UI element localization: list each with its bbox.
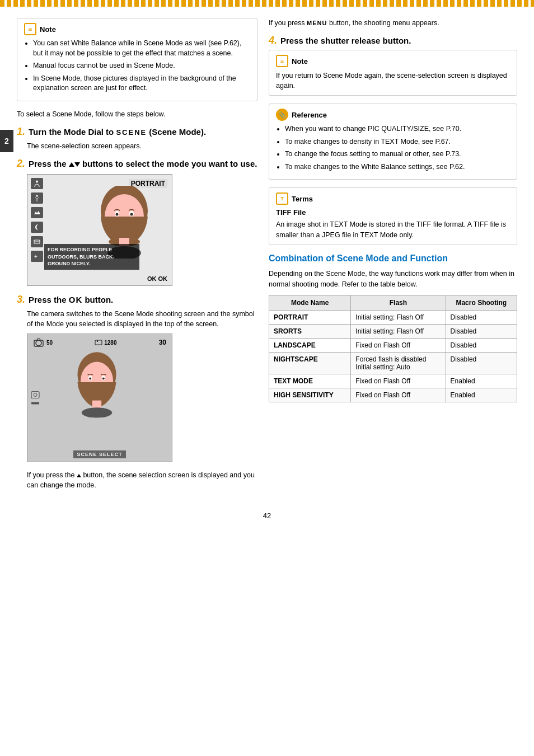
note-label-right: Note: [292, 57, 308, 65]
table-row: LANDSCAPE Fixed on Flash Off Disabled: [269, 338, 517, 352]
table-header-row: Mode Name Flash Macro Shooting: [269, 295, 517, 310]
svg-rect-24: [92, 401, 101, 409]
terms-box: T Terms TIFF File An image shot in TEXT …: [269, 187, 517, 245]
cam-control-icon: [31, 391, 40, 399]
step4-heading: 4. Press the shutter release button.: [269, 35, 517, 46]
table-row: SRORTS Initial setting: Flash Off Disabl…: [269, 324, 517, 338]
note-icon-right: ≡: [276, 55, 288, 67]
ref-item-3: To change the focus setting to manual or…: [285, 149, 510, 159]
terms-label: Terms: [292, 195, 313, 203]
terms-title: TIFF File: [276, 208, 510, 217]
scene-icon-landscape: [31, 207, 43, 218]
macro-nightscape: Disabled: [446, 352, 517, 374]
table-row: PORTRAIT Initial setting: Flash Off Disa…: [269, 310, 517, 324]
table-row: HIGH SENSITIVITY Fixed on Flash Off Enab…: [269, 388, 517, 402]
flash-portrait: Initial setting: Flash Off: [351, 310, 446, 324]
cam-side-controls: [31, 391, 40, 405]
scene-icon-sports: [31, 192, 43, 204]
mode-textmode: TEXT MODE: [269, 374, 351, 388]
table-body: PORTRAIT Initial setting: Flash Off Disa…: [269, 310, 517, 402]
cam-storage-icon: [95, 339, 102, 346]
mode-srorts: SRORTS: [269, 324, 351, 338]
cam-icon-cluster: 50: [33, 337, 53, 348]
cam-storage-cluster: 1280: [95, 339, 116, 346]
scene-ok-label: OK OK: [147, 275, 167, 282]
svg-point-14: [36, 340, 41, 346]
svg-rect-16: [95, 340, 102, 345]
cam-size-label: 1280: [104, 340, 116, 346]
cam-count-label: 30: [159, 339, 166, 346]
scene-icon-text: [31, 236, 43, 247]
flash-srorts: Initial setting: Flash Off: [351, 324, 446, 338]
ref-item-4: To make changes to the White Balance set…: [285, 162, 510, 172]
reference-header: 📎 Reference: [276, 109, 510, 121]
step3-heading: 3. Press the OK button.: [17, 294, 257, 306]
mode-portrait: PORTRAIT: [269, 310, 351, 324]
mode-nightscape: NIGHTSCAPE: [269, 352, 351, 374]
scene-selection-image: + PORTRAIT: [27, 174, 172, 286]
macro-srorts: Disabled: [446, 324, 517, 338]
scene-icons-list: +: [31, 178, 43, 262]
terms-icon: T: [276, 192, 288, 205]
step3-body1: The camera switches to the Scene Mode sh…: [17, 309, 257, 329]
macro-highsens: Enabled: [446, 388, 517, 402]
step3-label: Press the OK button.: [29, 295, 113, 304]
table-row: NIGHTSCAPE Forced flash is disabledIniti…: [269, 352, 517, 374]
note-body-right: If you return to Scene Mode again, the s…: [276, 71, 510, 91]
terms-body: An image shot in TEXT Mode is stored in …: [276, 219, 510, 240]
col-header-macro: Macro Shooting: [446, 295, 517, 310]
svg-point-9: [116, 213, 119, 215]
cam-scene-label: SCENE SELECT: [73, 450, 125, 458]
menu-line: If you press MENU button, the shooting m…: [269, 18, 517, 28]
note-list: You can set White Balance while in Scene…: [24, 39, 250, 93]
note-item-2: Manual focus cannot be used in Scene Mod…: [33, 61, 250, 71]
macro-textmode: Enabled: [446, 374, 517, 388]
reference-label: Reference: [292, 111, 327, 119]
svg-rect-26: [31, 392, 39, 398]
flash-landscape: Fixed on Flash Off: [351, 338, 446, 352]
left-column: 2 ≡ Note You can set White Balance while…: [17, 18, 257, 495]
step2-label: Press the buttons to select the mode you…: [29, 159, 257, 168]
svg-point-22: [89, 378, 91, 380]
step4-label: Press the shutter release button.: [280, 36, 411, 45]
svg-point-10: [130, 213, 133, 215]
note-item-3: In Scene Mode, those pictures displayed …: [33, 74, 250, 93]
svg-point-0: [36, 180, 38, 182]
page-tab: 2: [0, 130, 13, 152]
scene-icon-person: [31, 178, 43, 189]
cam-bottom-bar: SCENE SELECT: [27, 450, 172, 458]
note-label: Note: [40, 25, 56, 34]
scene-icon-night: [31, 222, 43, 233]
step3-body2: If you press the button, the scene selec…: [17, 470, 257, 490]
svg-rect-28: [31, 402, 39, 405]
mode-highsens: HIGH SENSITIVITY: [269, 388, 351, 402]
step3-num: 3.: [17, 294, 25, 306]
reference-icon: 📎: [276, 109, 288, 121]
ref-item-1: When you want to change PIC QUALITY/SIZE…: [285, 124, 510, 134]
menu-text-label: MENU: [307, 20, 327, 26]
cam-top-bar: 50 1280 30: [27, 337, 172, 348]
note-icon: ≡: [24, 23, 36, 35]
flash-textmode: Fixed on Flash Off: [351, 374, 446, 388]
step1-num: 1.: [17, 126, 25, 138]
col-header-mode: Mode Name: [269, 295, 351, 310]
flash-nightscape: Forced flash is disabledInitial setting:…: [351, 352, 446, 374]
svg-point-25: [82, 407, 113, 417]
ref-item-2: To make changes to density in TEXT Mode,…: [285, 137, 510, 147]
cam-camera-icon: [33, 337, 44, 348]
step1-body: The scene-selection screen appears.: [17, 141, 257, 151]
macro-landscape: Disabled: [446, 338, 517, 352]
flash-highsens: Fixed on Flash Off: [351, 388, 446, 402]
step4-num: 4.: [269, 35, 277, 46]
reference-list: When you want to change PIC QUALITY/SIZE…: [276, 124, 510, 172]
step2-num: 2.: [17, 158, 25, 170]
table-row: TEXT MODE Fixed on Flash Off Enabled: [269, 374, 517, 388]
mode-landscape: LANDSCAPE: [269, 338, 351, 352]
intro-text: To select a Scene Mode, follow the steps…: [17, 109, 257, 119]
combination-heading: Combination of Scene Mode and Function: [269, 253, 517, 265]
combination-intro: Depending on the Scene Mode, the way fun…: [269, 269, 517, 289]
combination-section: Combination of Scene Mode and Function D…: [269, 253, 517, 402]
combination-table: Mode Name Flash Macro Shooting PORTRAIT …: [269, 295, 517, 402]
page-container: 2 ≡ Note You can set White Balance while…: [0, 0, 534, 756]
step2-heading: 2. Press the buttons to select the mode …: [17, 158, 257, 170]
